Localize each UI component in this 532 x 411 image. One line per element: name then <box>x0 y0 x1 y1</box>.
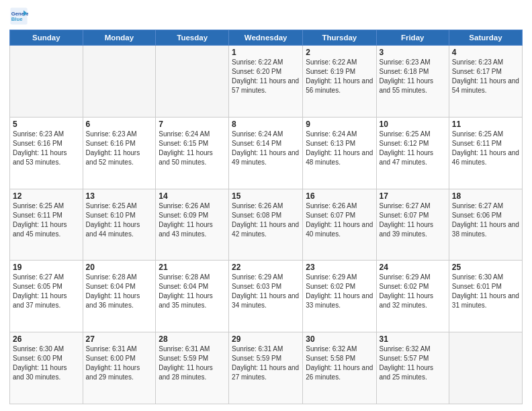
calendar-table: SundayMondayTuesdayWednesdayThursdayFrid… <box>9 30 523 404</box>
calendar-cell: 26Sunrise: 6:30 AM Sunset: 6:00 PM Dayli… <box>10 332 83 404</box>
day-info: Sunrise: 6:28 AM Sunset: 6:04 PM Dayligh… <box>159 273 226 310</box>
day-info: Sunrise: 6:32 AM Sunset: 5:58 PM Dayligh… <box>306 345 373 382</box>
day-info: Sunrise: 6:32 AM Sunset: 5:57 PM Dayligh… <box>380 345 446 382</box>
day-info: Sunrise: 6:23 AM Sunset: 6:16 PM Dayligh… <box>13 130 80 167</box>
day-info: Sunrise: 6:25 AM Sunset: 6:10 PM Dayligh… <box>86 201 153 239</box>
calendar-cell: 28Sunrise: 6:31 AM Sunset: 5:59 PM Dayli… <box>156 332 229 404</box>
day-header: Thursday <box>303 30 376 46</box>
day-header: Monday <box>83 30 156 46</box>
day-number: 14 <box>159 191 226 201</box>
calendar-cell: 16Sunrise: 6:26 AM Sunset: 6:07 PM Dayli… <box>303 189 376 261</box>
day-number: 17 <box>380 191 446 201</box>
day-info: Sunrise: 6:25 AM Sunset: 6:12 PM Dayligh… <box>380 130 446 167</box>
day-info: Sunrise: 6:23 AM Sunset: 6:16 PM Dayligh… <box>86 130 153 167</box>
day-number: 27 <box>86 334 153 344</box>
day-number: 24 <box>380 263 446 272</box>
day-number: 11 <box>452 120 519 129</box>
calendar-cell: 31Sunrise: 6:32 AM Sunset: 5:57 PM Dayli… <box>376 332 449 404</box>
calendar-cell: 20Sunrise: 6:28 AM Sunset: 6:04 PM Dayli… <box>83 261 156 332</box>
calendar-cell: 7Sunrise: 6:24 AM Sunset: 6:15 PM Daylig… <box>156 117 229 189</box>
day-number: 30 <box>306 334 373 344</box>
day-info: Sunrise: 6:29 AM Sunset: 6:02 PM Dayligh… <box>306 273 373 310</box>
calendar-cell <box>156 46 229 118</box>
day-info: Sunrise: 6:25 AM Sunset: 6:11 PM Dayligh… <box>452 130 519 167</box>
calendar-cell: 19Sunrise: 6:27 AM Sunset: 6:05 PM Dayli… <box>10 261 83 332</box>
logo: General Blue <box>9 7 28 26</box>
day-number: 2 <box>306 48 373 57</box>
day-number: 1 <box>232 48 300 57</box>
calendar-cell: 22Sunrise: 6:29 AM Sunset: 6:03 PM Dayli… <box>229 261 303 332</box>
day-header: Friday <box>376 30 449 46</box>
day-info: Sunrise: 6:23 AM Sunset: 6:17 PM Dayligh… <box>452 58 519 95</box>
day-number: 31 <box>380 334 446 344</box>
calendar-cell <box>449 332 522 404</box>
day-number: 23 <box>306 263 373 272</box>
day-info: Sunrise: 6:27 AM Sunset: 6:07 PM Dayligh… <box>380 201 446 239</box>
day-info: Sunrise: 6:31 AM Sunset: 5:59 PM Dayligh… <box>159 345 226 382</box>
day-info: Sunrise: 6:28 AM Sunset: 6:04 PM Dayligh… <box>86 273 153 310</box>
calendar-cell: 9Sunrise: 6:24 AM Sunset: 6:13 PM Daylig… <box>303 117 376 189</box>
day-number: 5 <box>13 120 80 129</box>
calendar-cell: 27Sunrise: 6:31 AM Sunset: 6:00 PM Dayli… <box>83 332 156 404</box>
calendar-cell: 24Sunrise: 6:29 AM Sunset: 6:02 PM Dayli… <box>376 261 449 332</box>
day-info: Sunrise: 6:29 AM Sunset: 6:02 PM Dayligh… <box>380 273 446 310</box>
day-header: Sunday <box>10 30 83 46</box>
day-header: Wednesday <box>229 30 303 46</box>
calendar-cell: 14Sunrise: 6:26 AM Sunset: 6:09 PM Dayli… <box>156 189 229 261</box>
day-number: 12 <box>13 191 80 201</box>
day-info: Sunrise: 6:26 AM Sunset: 6:09 PM Dayligh… <box>159 201 226 239</box>
calendar-cell: 29Sunrise: 6:31 AM Sunset: 5:59 PM Dayli… <box>229 332 303 404</box>
day-info: Sunrise: 6:22 AM Sunset: 6:19 PM Dayligh… <box>306 58 373 95</box>
day-number: 4 <box>452 48 519 57</box>
page: General Blue SundayMondayTuesdayWednesda… <box>0 0 532 411</box>
day-number: 19 <box>13 263 80 272</box>
day-info: Sunrise: 6:26 AM Sunset: 6:08 PM Dayligh… <box>232 201 300 239</box>
calendar-cell: 21Sunrise: 6:28 AM Sunset: 6:04 PM Dayli… <box>156 261 229 332</box>
calendar-cell: 12Sunrise: 6:25 AM Sunset: 6:11 PM Dayli… <box>10 189 83 261</box>
day-info: Sunrise: 6:25 AM Sunset: 6:11 PM Dayligh… <box>13 201 80 239</box>
calendar-cell <box>10 46 83 118</box>
calendar-cell: 25Sunrise: 6:30 AM Sunset: 6:01 PM Dayli… <box>449 261 522 332</box>
day-number: 13 <box>86 191 153 201</box>
calendar-cell: 23Sunrise: 6:29 AM Sunset: 6:02 PM Dayli… <box>303 261 376 332</box>
calendar-cell: 17Sunrise: 6:27 AM Sunset: 6:07 PM Dayli… <box>376 189 449 261</box>
day-info: Sunrise: 6:27 AM Sunset: 6:06 PM Dayligh… <box>452 201 519 239</box>
day-number: 15 <box>232 191 300 201</box>
day-info: Sunrise: 6:22 AM Sunset: 6:20 PM Dayligh… <box>232 58 300 95</box>
day-number: 21 <box>159 263 226 272</box>
day-info: Sunrise: 6:31 AM Sunset: 5:59 PM Dayligh… <box>232 345 300 382</box>
day-number: 3 <box>380 48 446 57</box>
calendar-cell: 13Sunrise: 6:25 AM Sunset: 6:10 PM Dayli… <box>83 189 156 261</box>
day-info: Sunrise: 6:31 AM Sunset: 6:00 PM Dayligh… <box>86 345 153 382</box>
day-number: 18 <box>452 191 519 201</box>
logo-icon: General Blue <box>9 7 28 26</box>
calendar-cell: 4Sunrise: 6:23 AM Sunset: 6:17 PM Daylig… <box>449 46 522 118</box>
day-number: 28 <box>159 334 226 344</box>
day-number: 8 <box>232 120 300 129</box>
day-number: 6 <box>86 120 153 129</box>
calendar-cell: 5Sunrise: 6:23 AM Sunset: 6:16 PM Daylig… <box>10 117 83 189</box>
calendar-cell: 30Sunrise: 6:32 AM Sunset: 5:58 PM Dayli… <box>303 332 376 404</box>
header: General Blue <box>9 7 523 26</box>
calendar-cell: 10Sunrise: 6:25 AM Sunset: 6:12 PM Dayli… <box>376 117 449 189</box>
calendar-cell: 2Sunrise: 6:22 AM Sunset: 6:19 PM Daylig… <box>303 46 376 118</box>
calendar-cell: 3Sunrise: 6:23 AM Sunset: 6:18 PM Daylig… <box>376 46 449 118</box>
day-number: 16 <box>306 191 373 201</box>
day-header: Tuesday <box>156 30 229 46</box>
day-info: Sunrise: 6:24 AM Sunset: 6:15 PM Dayligh… <box>159 130 226 167</box>
day-info: Sunrise: 6:26 AM Sunset: 6:07 PM Dayligh… <box>306 201 373 239</box>
day-number: 7 <box>159 120 226 129</box>
calendar-cell: 6Sunrise: 6:23 AM Sunset: 6:16 PM Daylig… <box>83 117 156 189</box>
day-info: Sunrise: 6:30 AM Sunset: 6:01 PM Dayligh… <box>452 273 519 310</box>
day-info: Sunrise: 6:29 AM Sunset: 6:03 PM Dayligh… <box>232 273 300 310</box>
calendar-cell: 15Sunrise: 6:26 AM Sunset: 6:08 PM Dayli… <box>229 189 303 261</box>
day-header: Saturday <box>449 30 522 46</box>
day-number: 25 <box>452 263 519 272</box>
day-info: Sunrise: 6:24 AM Sunset: 6:14 PM Dayligh… <box>232 130 300 167</box>
calendar-cell: 18Sunrise: 6:27 AM Sunset: 6:06 PM Dayli… <box>449 189 522 261</box>
calendar-cell <box>83 46 156 118</box>
day-number: 20 <box>86 263 153 272</box>
day-number: 22 <box>232 263 300 272</box>
calendar-cell: 11Sunrise: 6:25 AM Sunset: 6:11 PM Dayli… <box>449 117 522 189</box>
day-info: Sunrise: 6:23 AM Sunset: 6:18 PM Dayligh… <box>380 58 446 95</box>
